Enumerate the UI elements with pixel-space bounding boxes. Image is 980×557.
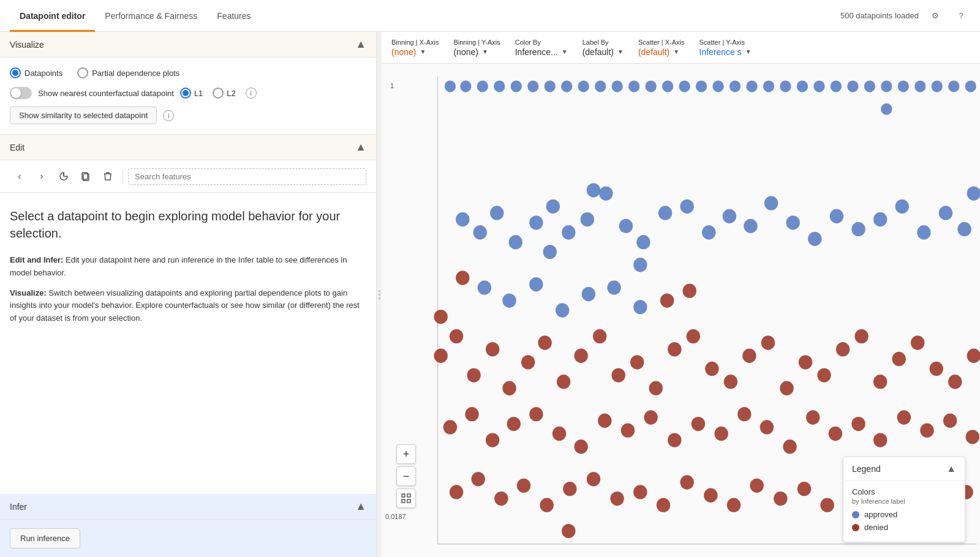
svg-point-101 — [529, 407, 543, 421]
svg-point-74 — [557, 375, 570, 389]
legend-item-approved: approved — [852, 510, 956, 519]
infer-header[interactable]: Infer ▲ — [0, 494, 376, 520]
svg-point-120 — [966, 430, 979, 444]
back-button[interactable]: ‹ — [10, 166, 29, 186]
svg-point-102 — [552, 427, 566, 441]
visualize-text: Switch between visualizing datapoints an… — [10, 288, 360, 323]
svg-point-137 — [820, 498, 834, 512]
radio-partial-dependence-label: Partial dependence plots — [92, 69, 179, 78]
infer-chevron-icon: ▲ — [355, 500, 366, 513]
selection-desc-2: Visualize: Switch between visualizing da… — [10, 287, 366, 325]
svg-rect-159 — [407, 499, 410, 503]
distance-info-icon[interactable]: i — [246, 88, 257, 99]
scatter-x-select[interactable]: (default) ▼ — [638, 47, 685, 57]
legend-body: Colors by Inference label approved denie… — [843, 481, 965, 542]
distance-l2[interactable]: L2 — [213, 88, 235, 99]
datapoints-loaded-label: 500 datapoints loaded — [840, 11, 919, 20]
svg-point-111 — [760, 420, 774, 434]
visualize-header[interactable]: Visualize ▲ — [0, 32, 376, 58]
svg-point-108 — [692, 417, 705, 431]
svg-point-29 — [864, 81, 875, 92]
copy-button[interactable] — [76, 166, 96, 186]
svg-point-8 — [511, 81, 522, 92]
svg-point-147 — [529, 277, 543, 291]
binning-y-select[interactable]: (none) ▼ — [453, 47, 500, 57]
l2-circle — [213, 88, 224, 99]
svg-point-69 — [467, 368, 480, 382]
svg-point-75 — [574, 349, 587, 363]
denied-dot — [852, 524, 859, 531]
selection-message: Select a datapoint to begin exploring mo… — [0, 193, 376, 494]
svg-point-25 — [797, 81, 808, 92]
similarity-button[interactable]: Show similarity to selected datapoint — [10, 107, 157, 124]
svg-point-145 — [478, 280, 491, 294]
selection-desc-1: Edit and Infer: Edit your datapoint here… — [10, 254, 366, 280]
svg-point-64 — [543, 245, 557, 259]
svg-point-118 — [920, 424, 933, 438]
tab-performance-fairness[interactable]: Performance & Fairness — [95, 0, 207, 32]
legend-chevron-icon[interactable]: ▲ — [946, 463, 956, 474]
svg-point-30 — [881, 81, 892, 92]
similarity-info-icon[interactable]: i — [163, 110, 174, 121]
legend-title: Legend — [852, 464, 881, 474]
l2-label: L2 — [227, 89, 235, 98]
run-inference-button[interactable]: Run inference — [10, 528, 80, 548]
svg-point-43 — [562, 225, 575, 239]
svg-point-52 — [744, 219, 757, 233]
svg-point-122 — [472, 472, 485, 486]
svg-point-35 — [965, 81, 976, 92]
scatter-y-select[interactable]: Inference s ▼ — [699, 47, 752, 57]
svg-point-155 — [683, 284, 696, 298]
scatter-y-label: Scatter | Y-Axis — [699, 39, 752, 46]
legend-panel: Legend ▲ Colors by Inference label appro… — [843, 457, 965, 542]
resize-dots — [379, 290, 380, 299]
tab-features[interactable]: Features — [207, 0, 260, 32]
color-by-select[interactable]: Inference... ▼ — [515, 47, 568, 57]
settings-icon[interactable]: ⚙ — [926, 7, 944, 25]
svg-point-18 — [679, 81, 690, 92]
radio-datapoints[interactable]: Datapoints — [10, 67, 62, 78]
svg-point-113 — [806, 410, 820, 424]
svg-point-93 — [911, 335, 924, 350]
help-icon[interactable]: ? — [952, 7, 970, 25]
svg-point-96 — [967, 349, 980, 363]
zoom-out-button[interactable]: − — [396, 466, 416, 486]
resize-handle[interactable] — [377, 32, 382, 557]
radio-partial-dependence[interactable]: Partial dependence plots — [77, 67, 179, 78]
label-by-select[interactable]: (default) ▼ — [582, 47, 624, 57]
history-button[interactable] — [54, 166, 74, 186]
nav-right: 500 datapoints loaded ⚙ ? — [840, 7, 970, 25]
svg-point-88 — [817, 368, 831, 382]
svg-point-27 — [831, 81, 842, 92]
delete-button[interactable] — [98, 166, 118, 186]
svg-point-76 — [593, 329, 606, 343]
svg-point-45 — [599, 186, 612, 200]
svg-point-53 — [764, 196, 778, 210]
svg-point-148 — [556, 303, 569, 317]
edit-chevron-icon: ▲ — [355, 141, 366, 154]
radio-datapoints-label: Datapoints — [24, 69, 62, 78]
svg-point-90 — [854, 329, 868, 343]
edit-header[interactable]: Edit ▲ — [0, 135, 376, 160]
tab-datapoint-editor[interactable]: Datapoint editor — [10, 0, 95, 32]
label-by-label: Label By — [582, 39, 624, 46]
search-input[interactable] — [128, 168, 366, 185]
svg-point-129 — [633, 485, 647, 499]
svg-point-44 — [581, 212, 594, 226]
svg-point-50 — [702, 225, 715, 239]
counterfactual-toggle[interactable] — [10, 87, 32, 99]
svg-point-62 — [957, 222, 971, 236]
svg-point-15 — [628, 81, 639, 92]
svg-point-133 — [727, 498, 741, 512]
toolbar-divider — [123, 169, 123, 184]
zoom-in-button[interactable]: + — [396, 444, 416, 464]
binning-x-select[interactable]: (none) ▼ — [391, 47, 439, 57]
fit-button[interactable] — [396, 488, 416, 508]
svg-point-31 — [898, 81, 909, 92]
edit-infer-heading: Edit and Infer: — [10, 255, 63, 264]
distance-l1[interactable]: L1 — [180, 88, 203, 99]
forward-button[interactable]: › — [32, 166, 51, 186]
svg-point-80 — [668, 342, 681, 356]
visualize-title: Visualize — [10, 40, 44, 50]
counterfactual-label: Show nearest counterfactual datapoint — [38, 89, 174, 98]
